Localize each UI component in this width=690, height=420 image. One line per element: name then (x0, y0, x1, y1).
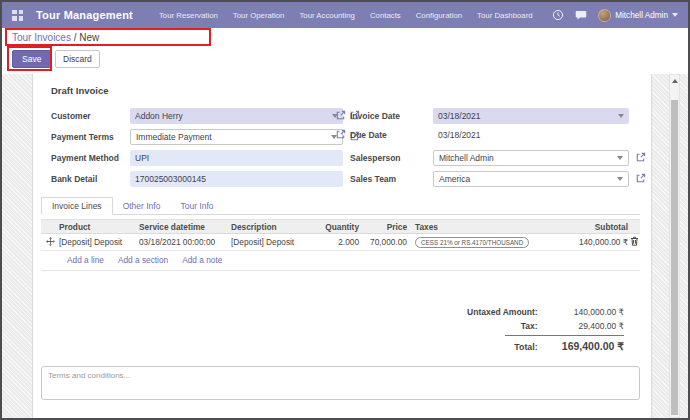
chevron-down-icon (672, 13, 678, 17)
table-bottom-border (41, 270, 640, 271)
table-header-row: Product Service datetime Description Qua… (41, 219, 640, 234)
payment-terms-select[interactable]: Immediate Payment (130, 129, 343, 145)
delete-row-icon[interactable] (630, 236, 639, 246)
chevron-down-icon (617, 177, 623, 181)
app-window: Tour Management Tour Reservation Tour Op… (0, 0, 690, 420)
due-date-label: Due Date (350, 130, 387, 140)
header-service-datetime[interactable]: Service datetime (139, 222, 231, 232)
save-button[interactable]: Save (12, 50, 51, 68)
table-footer-links: Add a line Add a section Add a note (67, 255, 222, 265)
total-label: Total: (514, 342, 537, 352)
untaxed-amount-label: Untaxed Amount: (467, 307, 538, 317)
invoice-date-select[interactable]: 03/18/2021 (433, 108, 629, 124)
due-date-value: 03/18/2021 (438, 130, 481, 140)
cell-product[interactable]: [Deposit] Deposit (59, 237, 139, 247)
menu-configuration[interactable]: Configuration (416, 11, 462, 20)
customer-label: Customer (51, 111, 91, 121)
header-taxes[interactable]: Taxes (407, 222, 552, 232)
bank-detail-input[interactable]: 170025003000145 (130, 171, 343, 187)
breadcrumb-current: New (79, 32, 99, 43)
untaxed-amount-value: 140,000.00 ₹ (550, 307, 624, 317)
apps-grid-icon[interactable] (12, 10, 23, 21)
breadcrumb: Tour Invoices / New (12, 32, 99, 43)
due-date-internal-link-icon[interactable] (335, 129, 346, 140)
tax-label: Tax: (521, 321, 538, 331)
salesperson-external-link-icon[interactable] (635, 152, 646, 163)
cell-price[interactable]: 70,000.00 (359, 237, 407, 247)
customer-select[interactable]: Addon Herry (130, 108, 343, 124)
sales-team-select[interactable]: America (433, 171, 629, 187)
tab-tour-info[interactable]: Tour Info (170, 198, 223, 214)
payment-method-label: Payment Method (51, 153, 119, 163)
sales-team-label: Sales Team (350, 174, 396, 184)
content-area: Draft Invoice Customer Addon Herry Payme… (2, 74, 688, 418)
header-description[interactable]: Description (231, 222, 317, 232)
add-a-note-link[interactable]: Add a note (182, 255, 222, 265)
totals-separator (505, 335, 624, 336)
cell-subtotal: 140,000.00 ₹ (552, 237, 628, 247)
scrollbar-up-icon[interactable] (670, 77, 679, 85)
notebook-tabs: Invoice Lines Other Info Tour Info (41, 196, 640, 215)
main-menu: Tour Reservation Tour Operation Tour Acc… (159, 11, 533, 20)
totals-block: Untaxed Amount: 140,000.00 ₹ Tax: 29,400… (467, 307, 624, 356)
control-panel: Tour Invoices / New Save Discard (2, 28, 688, 74)
menu-tour-accounting[interactable]: Tour Accounting (299, 11, 354, 20)
cell-quantity[interactable]: 2.000 (317, 237, 359, 247)
header-price[interactable]: Price (359, 222, 407, 232)
invoice-date-label: Invoice Date (350, 111, 400, 121)
navbar-right: Mitchell Admin (552, 9, 678, 22)
invoice-date-internal-link-icon[interactable] (335, 110, 346, 121)
breadcrumb-tour-invoices[interactable]: Tour Invoices (12, 32, 71, 43)
chevron-down-icon (618, 114, 624, 118)
menu-contacts[interactable]: Contacts (370, 11, 401, 20)
add-a-line-link[interactable]: Add a line (67, 255, 104, 265)
user-name: Mitchell Admin (615, 11, 668, 20)
top-navbar: Tour Management Tour Reservation Tour Op… (2, 2, 688, 28)
bank-detail-label: Bank Detail (51, 174, 97, 184)
salesperson-select[interactable]: Mitchell Admin (433, 150, 629, 166)
invoice-lines-table: Product Service datetime Description Qua… (41, 219, 640, 251)
activity-clock-icon[interactable] (552, 9, 564, 21)
sales-team-external-link-icon[interactable] (635, 173, 646, 184)
header-subtotal[interactable]: Subtotal (552, 222, 628, 232)
form-sheet: Draft Invoice Customer Addon Herry Payme… (32, 74, 652, 418)
menu-tour-reservation[interactable]: Tour Reservation (159, 11, 218, 20)
table-row: [Deposit] Deposit 03/18/2021 00:00:00 [D… (41, 234, 640, 251)
tab-other-info[interactable]: Other Info (113, 198, 171, 214)
chevron-down-icon (617, 156, 623, 160)
tax-tag[interactable]: CESS 21% or RS.4170/THOUSAND (415, 237, 529, 248)
vertical-scrollbar[interactable] (669, 74, 680, 418)
total-value: 169,400.00 ₹ (550, 340, 624, 352)
tax-value: 29,400.00 ₹ (550, 321, 624, 331)
tab-invoice-lines[interactable]: Invoice Lines (41, 197, 113, 215)
app-title: Tour Management (36, 9, 133, 21)
user-menu[interactable]: Mitchell Admin (598, 9, 678, 22)
breadcrumb-separator: / (71, 32, 79, 43)
discard-button[interactable]: Discard (55, 50, 100, 68)
user-avatar (598, 9, 611, 22)
messages-chat-icon[interactable] (575, 9, 587, 21)
cell-description[interactable]: [Deposit] Deposit (231, 237, 317, 247)
header-quantity[interactable]: Quantity (317, 222, 359, 232)
drag-handle-icon[interactable] (46, 237, 55, 246)
payment-terms-label: Payment Terms (51, 132, 114, 142)
payment-method-input[interactable]: UPI (130, 150, 343, 166)
add-a-section-link[interactable]: Add a section (118, 255, 168, 265)
terms-and-conditions-input[interactable] (41, 366, 640, 400)
scrollbar-thumb[interactable] (671, 100, 678, 415)
menu-tour-dashboard[interactable]: Tour Dashboard (477, 11, 532, 20)
header-product[interactable]: Product (59, 222, 139, 232)
cell-service-datetime[interactable]: 03/18/2021 00:00:00 (139, 237, 231, 247)
invoice-status-title: Draft Invoice (51, 85, 109, 96)
salesperson-label: Salesperson (350, 153, 401, 163)
menu-tour-operation[interactable]: Tour Operation (233, 11, 285, 20)
